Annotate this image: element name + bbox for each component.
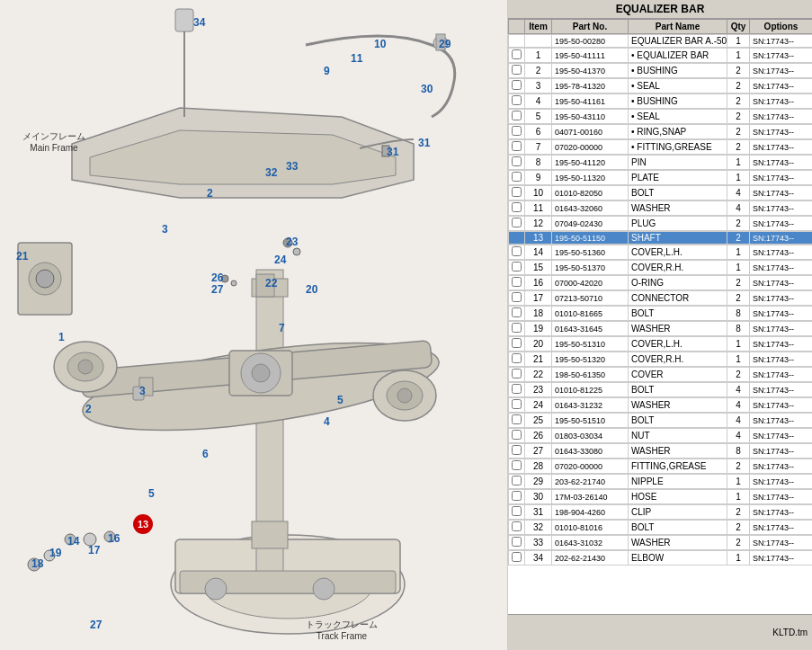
table-row[interactable]: 25195-50-51510BOLT4SN:17743-- (508, 413, 812, 428)
table-row[interactable]: 2301010-81225BOLT4SN:17743-- (508, 382, 812, 397)
row-checkbox[interactable] (512, 218, 522, 227)
table-row[interactable]: 9195-50-11320PLATE1SN:17743-- (508, 170, 812, 185)
table-row[interactable]: 3201010-81016BOLT2SN:17743-- (508, 520, 812, 535)
row-checkbox[interactable] (512, 353, 522, 363)
row-checkbox[interactable] (512, 323, 522, 333)
row-checkbox[interactable] (512, 246, 522, 256)
row-checkbox[interactable] (512, 369, 522, 378)
table-row[interactable]: 2401643-31232WASHER4SN:17743-- (508, 397, 812, 413)
table-row[interactable]: 14195-50-51360COVER,L.H.1SN:17743-- (508, 245, 812, 260)
row-checkbox[interactable] (512, 65, 522, 75)
table-row[interactable]: 195-50-00280EQUALIZER BAR A.-501SN:17743… (508, 34, 812, 48)
table-row[interactable]: 21195-50-51320COVER,R.H.1SN:17743-- (508, 352, 812, 367)
row-part-name: BOLT (629, 186, 727, 200)
table-row[interactable]: 1207049-02430PLUG2SN:17743-- (508, 216, 812, 231)
row-checkbox[interactable] (512, 399, 522, 409)
table-row[interactable]: 1195-50-41111• EQUALIZER BAR1SN:17743-- (508, 48, 812, 63)
row-options: SN:17743-- (750, 110, 813, 124)
table-row[interactable]: 3195-78-41320• SEAL2SN:17743-- (508, 78, 812, 93)
table-row[interactable]: 31198-904-4260CLIP2SN:17743-- (508, 504, 812, 520)
row-checkbox[interactable] (512, 476, 522, 485)
row-checkbox[interactable] (512, 95, 522, 105)
row-checkbox[interactable] (512, 537, 522, 547)
row-checkbox[interactable] (512, 430, 522, 440)
row-checkbox[interactable] (512, 491, 522, 501)
table-row[interactable]: 1901643-31645WASHER8SN:17743-- (508, 321, 812, 336)
table-row[interactable]: 20195-50-51310COVER,L.H.1SN:17743-- (508, 336, 812, 352)
table-row[interactable]: 13195-50-51150SHAFT2SN:17743-- (508, 231, 812, 245)
row-checkbox[interactable] (512, 80, 522, 90)
label-26: 26 (211, 272, 223, 284)
table-row[interactable]: 1801010-81665BOLT8SN:17743-- (508, 306, 812, 321)
row-checkbox[interactable] (512, 277, 522, 287)
row-qty: 2 (727, 459, 750, 474)
row-checkbox[interactable] (512, 262, 522, 272)
row-part-no: 01010-82050 (552, 186, 629, 200)
row-checkbox-cell (509, 536, 525, 550)
row-part-no: 07020-00000 (552, 459, 629, 474)
row-options: SN:17743-- (750, 307, 813, 321)
table-row[interactable]: 1607000-42020O-RING2SN:17743-- (508, 275, 812, 290)
row-checkbox[interactable] (512, 202, 522, 212)
row-options: SN:17743-- (750, 79, 813, 93)
table-row[interactable]: 2807020-00000FITTING,GREASE2SN:17743-- (508, 459, 812, 474)
row-options: SN:17743-- (750, 429, 813, 443)
row-checkbox[interactable] (512, 172, 522, 182)
row-checkbox[interactable] (512, 460, 522, 470)
table-row[interactable]: 2701643-33080WASHER8SN:17743-- (508, 443, 812, 459)
row-checkbox[interactable] (512, 338, 522, 348)
table-row[interactable]: 2601803-03034NUT4SN:17743-- (508, 428, 812, 443)
row-part-name: BOLT (629, 414, 727, 428)
table-row[interactable]: 15195-50-51370COVER,R.H.1SN:17743-- (508, 260, 812, 275)
row-checkbox[interactable] (512, 384, 522, 394)
row-checkbox-cell (509, 352, 525, 367)
table-row[interactable]: 8195-50-41120PIN1SN:17743-- (508, 155, 812, 170)
svg-point-29 (205, 578, 227, 600)
table-row[interactable]: 29203-62-21740NIPPLE1SN:17743-- (508, 474, 812, 489)
row-checkbox[interactable] (512, 187, 522, 197)
row-checkbox[interactable] (512, 414, 522, 424)
svg-point-25 (36, 270, 54, 288)
row-part-no: 07000-42020 (552, 276, 629, 290)
row-part-no: 198-50-61350 (552, 368, 629, 382)
row-checkbox-cell (509, 261, 525, 275)
table-panel: EQUALIZER BAR Item Part No. Part Name Qt… (508, 0, 812, 650)
table-row[interactable]: 3301643-31032WASHER2SN:17743-- (508, 535, 812, 550)
row-checkbox[interactable] (512, 307, 522, 317)
table-row[interactable]: 34202-62-21430ELBOW1SN:17743-- (508, 550, 812, 565)
label-6: 6 (202, 448, 209, 460)
row-part-name: • SEAL (629, 110, 727, 124)
table-row[interactable]: 604071-00160• RING,SNAP2SN:17743-- (508, 124, 812, 139)
row-checkbox-cell (509, 110, 525, 124)
row-checkbox[interactable] (512, 156, 522, 166)
table-row[interactable]: 4195-50-41161• BUSHING2SN:17743-- (508, 93, 812, 109)
row-checkbox-cell (509, 551, 525, 565)
table-row[interactable]: 707020-00000• FITTING,GREASE2SN:17743-- (508, 139, 812, 155)
row-checkbox[interactable] (512, 141, 522, 151)
table-row[interactable]: 1101643-32060WASHER4SN:17743-- (508, 200, 812, 216)
label-3a: 3 (162, 223, 168, 236)
row-checkbox[interactable] (512, 521, 522, 531)
label-23: 23 (286, 236, 298, 248)
row-checkbox-cell (509, 521, 525, 535)
table-row[interactable]: 1001010-82050BOLT4SN:17743-- (508, 185, 812, 200)
table-row[interactable]: 2195-50-41370• BUSHING2SN:17743-- (508, 63, 812, 78)
row-checkbox[interactable] (512, 552, 522, 562)
svg-point-21 (231, 280, 236, 286)
row-options: SN:17743-- (750, 276, 813, 290)
table-row[interactable]: 1707213-50710CONNECTOR2SN:17743-- (508, 290, 812, 306)
row-checkbox[interactable] (512, 292, 522, 302)
row-checkbox[interactable] (512, 111, 522, 120)
label-5a: 5 (337, 394, 344, 406)
row-checkbox[interactable] (512, 126, 522, 136)
table-row[interactable]: 5195-50-43110• SEAL2SN:17743-- (508, 109, 812, 124)
row-checkbox[interactable] (512, 445, 522, 455)
row-checkbox[interactable] (512, 506, 522, 516)
row-options: SN:17743-- (750, 35, 813, 48)
table-row[interactable]: 22198-50-61350COVER2SN:17743-- (508, 367, 812, 382)
row-checkbox[interactable] (512, 49, 522, 59)
table-row[interactable]: 3017M-03-26140HOSE1SN:17743-- (508, 489, 812, 504)
row-part-name: COVER (629, 368, 727, 382)
row-qty: 2 (727, 232, 750, 245)
row-part-name: CONNECTOR (629, 291, 727, 306)
